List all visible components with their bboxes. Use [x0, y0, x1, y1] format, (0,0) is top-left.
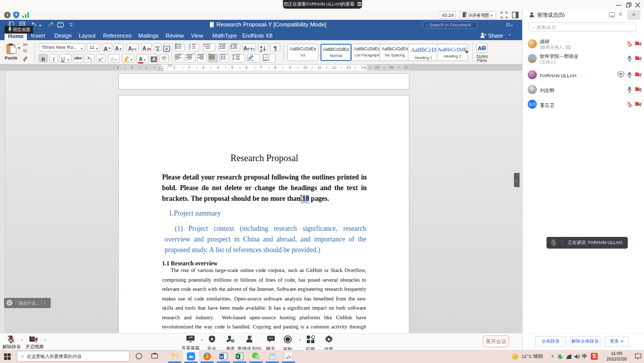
svg-text:3: 3 [189, 47, 191, 49]
svg-text:Z: Z [260, 49, 262, 52]
